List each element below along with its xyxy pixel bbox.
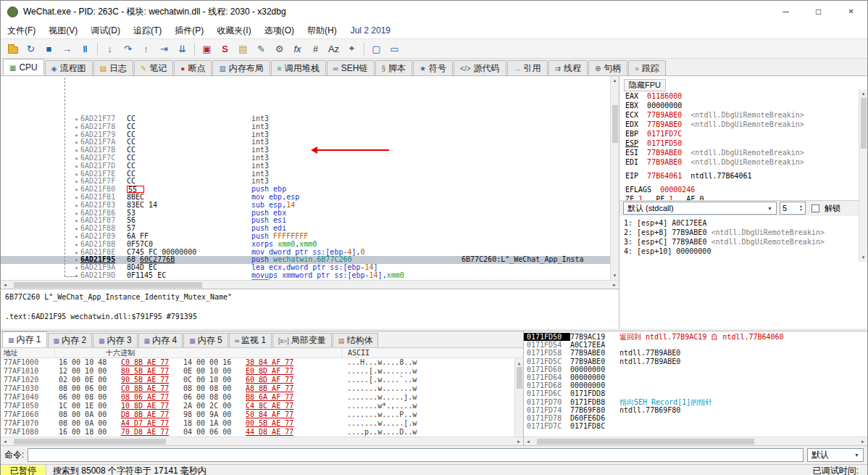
stack-rows[interactable]: 0171FD5077B9AC19返回到 ntdll.77B9AC19 自 ntd… (524, 331, 867, 437)
menu-item[interactable]: 插件(P) (168, 22, 210, 38)
dump-row[interactable]: 77AF100016 00 10 48C0 8B AE 7714 00 00 1… (1, 358, 523, 367)
command-input[interactable] (28, 448, 804, 462)
stack-arguments[interactable]: 1: [esp+4] A0C17EEA2: [esp+8] 77B9ABE0 <… (619, 216, 867, 329)
run-to-cursor-icon[interactable]: ⇥ (156, 41, 172, 57)
register-vertical-scrollbar[interactable]: ▲ ▼ (859, 89, 867, 262)
stack-row[interactable]: 0171FD5077B9AC19返回到 ntdll.77B9AC19 自 ntd… (524, 333, 867, 341)
register-row[interactable]: EBP 0171FD7C (625, 129, 856, 139)
menu-item[interactable]: 选项(O) (258, 22, 301, 38)
scylla-icon[interactable]: S (217, 41, 233, 57)
dump-row[interactable]: 77AF102002 00 0E 0090 5B AE 770C 00 10 0… (1, 376, 523, 384)
open-file-icon[interactable] (4, 41, 21, 57)
dump-row[interactable]: 77AF108016 00 18 0070 D8 AE 7704 00 06 0… (1, 428, 523, 437)
close-button[interactable]: × (835, 1, 867, 22)
scroll-thumb[interactable] (861, 98, 867, 149)
register-row[interactable]: EIP 77B64061 ntdll.77B64061 (625, 171, 856, 181)
dump-row[interactable]: 77AF10501C 00 1E 0010 8D AE 772A 00 2C 0… (1, 402, 523, 410)
stack-row[interactable]: 0171FD6800000000 (524, 381, 867, 389)
window-icon[interactable]: ▢ (368, 41, 385, 57)
scroll-down-icon[interactable]: ▼ (515, 436, 524, 437)
restart-icon[interactable]: ↻ (22, 41, 39, 57)
tab-locals[interactable]: [x=]局部变量 (272, 333, 332, 347)
scroll-up-icon[interactable]: ▲ (859, 89, 868, 98)
dump-row[interactable]: 77AF106008 00 0A 00D8 8B AE 7798 00 9A 0… (1, 410, 523, 419)
scroll-thumb[interactable] (14, 282, 202, 288)
tab-dump2[interactable]: ▦内存 2 (48, 333, 93, 347)
tab-trace[interactable]: »跟踪 (628, 60, 666, 75)
dump-table[interactable]: 地址 十六进制 ASCII 77AF100016 00 10 48C0 8B A… (1, 348, 523, 437)
tab-call-stack[interactable]: ≡调用堆栈 (271, 60, 326, 75)
disasm-row[interactable]: ●6AD21F78CCint3 (1, 123, 610, 131)
tab-graph[interactable]: ◈流程图 (45, 60, 93, 75)
stack-row[interactable]: 0171FD54A0C17EEA (524, 341, 867, 349)
tab-dump3[interactable]: ▦内存 3 (93, 333, 138, 347)
register-row[interactable]: ESP 0171FD50 (625, 139, 856, 148)
tab-script[interactable]: §脚本 (375, 60, 413, 75)
tab-breakpoints[interactable]: ●断点 (174, 60, 212, 75)
stack-row[interactable]: 0171FD5C77B9ABE0ntdll.77B9ABE0 (524, 358, 867, 365)
stop-icon[interactable]: ■ (41, 41, 57, 57)
stack-row[interactable]: 0171FD6C0171FDD8 (524, 389, 867, 397)
step-over-icon[interactable]: ↷ (120, 41, 136, 57)
tab-memory-map[interactable]: ▥内存布局 (212, 60, 270, 75)
disasm-row[interactable]: ●6AD21F8383EC 14sub esp,14 (1, 202, 610, 210)
step-into-icon[interactable]: ↓ (101, 41, 118, 57)
register-row[interactable]: EBX 00000000 (625, 101, 856, 110)
scroll-up-icon[interactable]: ▲ (611, 76, 619, 85)
scroll-thumb[interactable] (517, 367, 522, 389)
maximize-button[interactable]: □ (802, 1, 835, 22)
command-mode-select[interactable]: 默认 ▼ (807, 448, 864, 462)
stack-row[interactable]: 0171FD6400000000 (524, 373, 867, 381)
animate-icon[interactable]: ⇊ (174, 41, 191, 57)
minimize-button[interactable]: ─ (769, 1, 802, 22)
unlock-checkbox[interactable] (811, 205, 819, 212)
stack-row[interactable]: 0171FD7C0171FD8C (524, 422, 867, 430)
scroll-up-icon[interactable]: ▲ (515, 358, 524, 367)
tab-struct[interactable]: ▤结构体 (333, 333, 379, 347)
monitor-icon[interactable]: ▭ (386, 41, 403, 57)
register-row[interactable]: EFLAGS 00000246 (625, 185, 856, 194)
stack-horizontal-scrollbar[interactable]: ◄ ► (524, 437, 867, 445)
stack-row[interactable]: 0171FD78D60FE6D6 (524, 414, 867, 422)
stack-arg-row[interactable]: 2: [esp+8] 77B9ABE0 <ntdll.DbgUiRemoteBr… (624, 228, 863, 237)
menu-item[interactable]: 视图(V) (42, 22, 84, 38)
trace-record-icon[interactable]: ▣ (199, 41, 215, 57)
tab-handles[interactable]: ⊕句柄 (588, 60, 627, 75)
argument-count-stepper[interactable]: 5 ▲▼ (780, 202, 806, 215)
dump-horizontal-scrollbar[interactable]: ◄ ► (1, 437, 523, 445)
stack-arg-row[interactable]: 1: [esp+4] A0C17EEA (624, 218, 863, 228)
dump-row[interactable]: 77AF101012 00 10 0080 5B AE 770E 00 10 0… (1, 367, 523, 376)
stack-row[interactable]: 0171FD5877B9ABE0ntdll.77B9ABE0 (524, 349, 867, 357)
menu-item[interactable]: 调试(D) (84, 22, 127, 38)
register-row[interactable]: ECX 77B9ABE0 <ntdll.DbgUiRemoteBreakin> (625, 110, 856, 120)
menu-item[interactable]: 追踪(T) (127, 22, 168, 38)
tab-watch1[interactable]: ∞监视 1 (229, 333, 272, 347)
tab-dump1[interactable]: ▦内存 1 (2, 331, 47, 347)
tab-source[interactable]: </>源代码 (454, 60, 506, 75)
menu-item[interactable]: 收藏夹(I) (210, 22, 257, 38)
tab-log[interactable]: ▤日志 (93, 60, 133, 75)
scroll-left-icon[interactable]: ◄ (1, 281, 9, 289)
disasm-horizontal-scrollbar[interactable]: ◄ ► (1, 280, 619, 289)
scroll-down-icon[interactable]: ▼ (611, 271, 619, 280)
menu-item[interactable]: 帮助(H) (301, 22, 343, 38)
disasm-vertical-scrollbar[interactable]: ▲ ▼ (610, 76, 619, 280)
register-row[interactable]: ESI 77B9ABE0 <ntdll.DbgUiRemoteBreakin> (625, 148, 856, 157)
tab-threads[interactable]: ⇉线程 (548, 60, 588, 75)
tab-references[interactable]: →引用 (507, 60, 548, 75)
scroll-thumb[interactable] (612, 105, 618, 143)
scroll-right-icon[interactable]: ► (859, 437, 867, 446)
register-row[interactable]: ZF 1 PF 1 AF 0 (625, 194, 856, 200)
tab-seh[interactable]: ∞SEH链 (327, 60, 375, 75)
scroll-thumb[interactable] (537, 439, 754, 445)
scroll-left-icon[interactable]: ◄ (1, 437, 9, 446)
stack-arg-row[interactable]: 4: [esp+10] 00000000 (624, 247, 863, 256)
run-icon[interactable]: → (59, 41, 75, 57)
dump-vertical-scrollbar[interactable]: ▲ ▼ (514, 358, 523, 437)
settings-icon[interactable]: ⚙ (271, 41, 288, 57)
register-row[interactable]: EDX 77B9ABE0 <ntdll.DbgUiRemoteBreakin> (625, 120, 856, 129)
step-out-icon[interactable]: ↑ (138, 41, 154, 57)
dump-row[interactable]: 77AF104006 00 08 0008 06 AE 7706 00 08 0… (1, 393, 523, 402)
tab-symbols[interactable]: ★符号 (413, 60, 453, 75)
scroll-down-icon[interactable]: ▼ (859, 253, 868, 262)
